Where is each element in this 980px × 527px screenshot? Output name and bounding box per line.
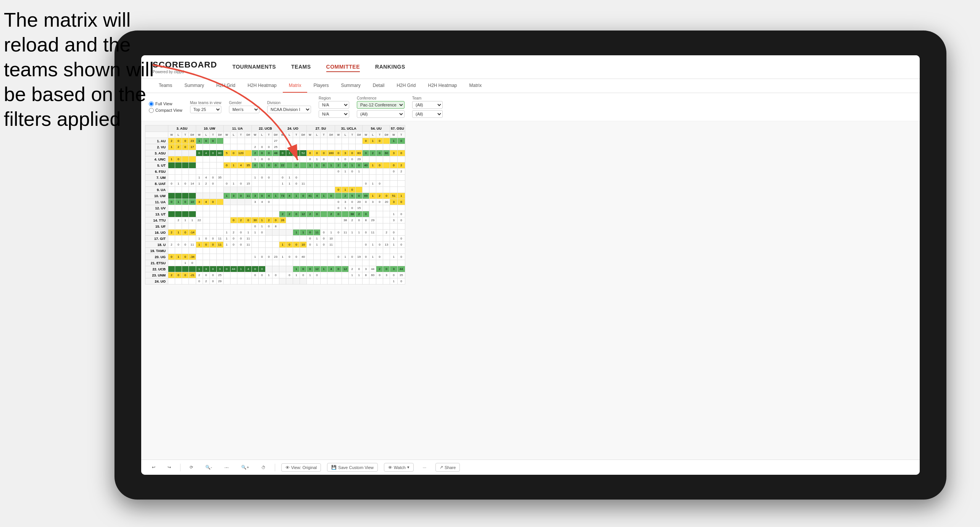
- tab-matrix[interactable]: Matrix: [283, 79, 308, 93]
- cell: 35: [245, 162, 251, 169]
- cell: [196, 205, 203, 211]
- tab-summary[interactable]: Summary: [178, 79, 210, 93]
- region-select[interactable]: N/A East West: [319, 101, 349, 109]
- nav-rankings[interactable]: RANKINGS: [375, 62, 405, 72]
- team-select-2[interactable]: (All): [412, 110, 443, 118]
- cell: [383, 248, 390, 254]
- nav-bar: SCOREBOARD Powered by clippd TOURNAMENTS…: [141, 55, 920, 79]
- cell: 0: [237, 193, 245, 199]
- cell: 0: [258, 175, 265, 181]
- tab-summary-players[interactable]: Summary: [335, 79, 366, 93]
- region-filter: Region N/A East West N/A: [319, 96, 349, 118]
- cell: [398, 144, 405, 150]
- cell: [369, 169, 376, 175]
- max-teams-select[interactable]: Top 25 Top 50 All: [190, 106, 221, 113]
- cell: [210, 162, 216, 169]
- cell: 1: [168, 144, 175, 150]
- refresh-button[interactable]: ⟳: [187, 463, 196, 471]
- cell: 1: [390, 278, 398, 284]
- zoom-in-button[interactable]: 🔍+: [238, 463, 252, 471]
- cell: 11: [245, 193, 251, 199]
- conference-select-2[interactable]: (All): [357, 110, 405, 118]
- view-original-button[interactable]: 👁 View: Original: [281, 463, 321, 472]
- cell: 0: [320, 230, 327, 236]
- cell: [286, 187, 293, 193]
- cell: 15: [356, 205, 363, 211]
- cell: [398, 248, 405, 254]
- nav-committee[interactable]: COMMITTEE: [326, 62, 360, 72]
- tab-players[interactable]: Players: [307, 79, 335, 93]
- cell: 1: [320, 266, 327, 272]
- timer-button[interactable]: ⏱: [258, 464, 269, 471]
- cell: [245, 169, 251, 175]
- cell: [279, 169, 286, 175]
- row-label-ua2: 11. UA: [145, 199, 168, 205]
- cell: 2: [342, 193, 349, 199]
- cell: 0: [335, 211, 342, 217]
- nav-tournaments[interactable]: TOURNAMENTS: [232, 62, 276, 72]
- cell: [279, 199, 286, 205]
- more-button[interactable]: ···: [420, 464, 429, 471]
- cell: 0: [313, 272, 320, 278]
- matrix-area[interactable]: 3. ASU 10. UW 11. UA 22. UCB 24. UO 27. …: [141, 121, 920, 460]
- tab-matrix-players[interactable]: Matrix: [463, 79, 488, 93]
- cell: [376, 211, 383, 217]
- sub-uw-w: W: [196, 132, 203, 138]
- redo-button[interactable]: ↪: [164, 463, 174, 471]
- nav-teams[interactable]: TEAMS: [291, 62, 311, 72]
- division-select[interactable]: NCAA Division I NCAA Division II NCAA Di…: [267, 106, 311, 113]
- cell: 2: [286, 211, 293, 217]
- cell: 0: [265, 156, 272, 162]
- cell: 0: [335, 199, 342, 205]
- cell: [216, 144, 223, 150]
- cell: 0: [293, 181, 300, 187]
- cell: 0: [182, 144, 189, 150]
- cell: 0: [203, 272, 210, 278]
- row-label-uo: 16. UO: [145, 230, 168, 236]
- cell: [237, 254, 245, 260]
- cell: [237, 144, 245, 150]
- cell: 0: [306, 156, 313, 162]
- share-button[interactable]: ↗ Share: [435, 463, 460, 472]
- cell: [216, 138, 223, 144]
- team-select[interactable]: (All): [412, 101, 443, 109]
- cell: 0: [383, 193, 390, 199]
- cell: [223, 248, 230, 254]
- cell: [300, 199, 306, 205]
- watch-button[interactable]: 👁 Watch ▾: [384, 463, 414, 472]
- filter-bar: Full View Compact View Max teams in view…: [141, 93, 920, 121]
- row-label-fsu: 6. FSU: [145, 169, 168, 175]
- cell: [383, 236, 390, 242]
- sub-ua-t: T: [237, 132, 245, 138]
- cell: 20: [356, 199, 363, 205]
- cell: 35: [398, 272, 405, 278]
- cell: [369, 248, 376, 254]
- cell: 3: [390, 199, 398, 205]
- cell: 60: [369, 272, 376, 278]
- cell: [320, 181, 327, 187]
- gender-select[interactable]: Men's Women's: [229, 106, 260, 113]
- cell: 0: [210, 242, 216, 248]
- tab-h2h-grid[interactable]: H2H Grid: [210, 79, 242, 93]
- cell: [196, 193, 203, 199]
- tab-h2h-grid-players[interactable]: H2H Grid: [390, 79, 422, 93]
- save-custom-view-button[interactable]: 💾 Save Custom View: [327, 463, 378, 472]
- cell: 0: [251, 162, 258, 169]
- zoom-out-button[interactable]: 🔍-: [202, 463, 215, 471]
- cell: [168, 217, 175, 223]
- cell: [398, 181, 405, 187]
- cell: [265, 242, 272, 248]
- tab-h2h-heatmap[interactable]: H2H Heatmap: [242, 79, 283, 93]
- cell: [376, 175, 383, 181]
- conference-select[interactable]: Pac-12 Conference (All): [357, 101, 405, 109]
- cell: 0: [182, 230, 189, 236]
- tab-detail[interactable]: Detail: [367, 79, 391, 93]
- undo-button[interactable]: ↩: [149, 463, 158, 471]
- cell: [272, 199, 279, 205]
- cell: [251, 205, 258, 211]
- cell: [223, 217, 230, 223]
- cell: 0: [175, 272, 182, 278]
- region-select-2[interactable]: N/A: [319, 110, 349, 118]
- cell: [196, 254, 203, 260]
- tab-h2h-heatmap-players[interactable]: H2H Heatmap: [422, 79, 463, 93]
